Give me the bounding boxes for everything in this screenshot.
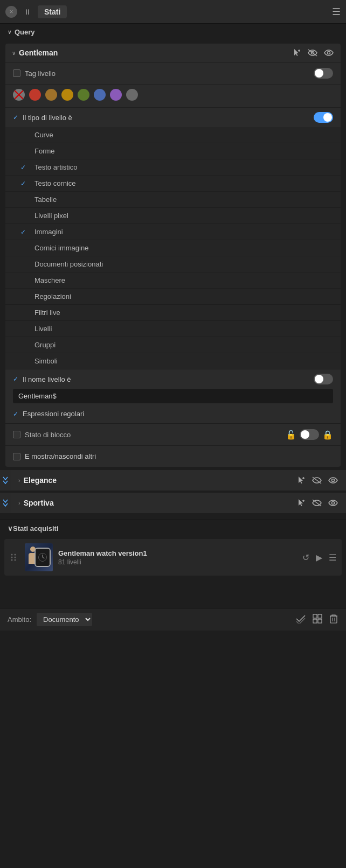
regex-checkmark: ✓ (13, 410, 18, 418)
tag-livello-checkbox[interactable] (13, 69, 20, 77)
type-item-immagini[interactable]: ✓ Immagini (5, 224, 341, 240)
tag-livello-label: Tag livello (25, 69, 309, 78)
nome-livello-label: Il nome livello è (23, 375, 71, 383)
color-dot-none[interactable] (13, 89, 25, 101)
type-item-regolazioni[interactable]: ✓ Regolazioni (5, 289, 341, 305)
type-item-livelli[interactable]: ✓ Livelli (5, 321, 341, 337)
type-item-testo-cornice[interactable]: ✓ Testo cornice (5, 176, 341, 192)
emostra-checkbox[interactable] (13, 453, 20, 460)
type-item-filtri-live[interactable]: ✓ Filtri live (5, 305, 341, 321)
bottom-bar: Ambito: Documento (0, 608, 346, 631)
type-item-label: Regolazioni (34, 292, 71, 300)
gentleman-header: ∨ Gentleman (5, 44, 341, 62)
sportiva-title: Sportiva (24, 499, 54, 507)
undo-icon[interactable]: ↺ (302, 552, 309, 563)
color-dot-gold[interactable] (61, 89, 73, 101)
acquired-thumbnail (25, 543, 53, 571)
ambito-select[interactable]: Documento (37, 613, 92, 626)
sportiva-inner: › Sportiva (11, 493, 346, 513)
gentleman-block: ∨ Gentleman (5, 44, 341, 467)
eye-slash-icon[interactable] (307, 48, 318, 57)
svg-rect-17 (318, 614, 322, 618)
type-item-forme[interactable]: ✓ Forme (5, 143, 341, 159)
type-item-curve[interactable]: ✓ Curve (5, 127, 341, 143)
grid-bottom-icon[interactable] (313, 614, 322, 626)
check-bottom-icon[interactable] (295, 614, 306, 626)
elegance-eye-icon[interactable] (328, 476, 338, 485)
query-label: Query (15, 28, 35, 36)
type-item-label: Tabelle (34, 195, 57, 204)
elegance-drag-handle[interactable] (0, 470, 11, 491)
type-item-maschere[interactable]: ✓ Maschere (5, 272, 341, 289)
svg-point-12 (11, 557, 13, 558)
tipo-livello-label: Il tipo di livello è (23, 114, 72, 122)
acquired-item: Gentleman watch version1 81 livelli ↺ ▶ … (4, 539, 342, 576)
sportiva-drag-handle[interactable] (0, 493, 11, 513)
type-item-label: Testo artistico (34, 163, 77, 171)
svg-rect-16 (313, 614, 317, 618)
type-item-testo-artistico[interactable]: ✓ Testo artistico (5, 159, 341, 176)
stato-blocco-toggle[interactable] (300, 429, 319, 440)
type-item-simboli[interactable]: ✓ Simboli (5, 353, 341, 369)
tipo-livello-toggle[interactable] (314, 112, 333, 123)
elegance-chevron[interactable]: › (18, 477, 20, 484)
gentleman-title: Gentleman (19, 48, 292, 57)
color-dot-olive[interactable] (78, 89, 89, 101)
sportiva-eye-slash-icon[interactable] (312, 499, 322, 507)
color-dot-red[interactable] (29, 89, 41, 101)
acquired-sub: 81 livelli (58, 558, 297, 566)
sportiva-chevron[interactable]: › (18, 500, 20, 506)
close-button[interactable]: × (5, 6, 17, 18)
elegance-icons (296, 475, 338, 485)
nome-livello-toggle[interactable] (314, 374, 333, 384)
pause-button[interactable]: ⏸ (22, 6, 33, 18)
color-dot-blue[interactable] (94, 89, 106, 101)
elegance-eye-slash-icon[interactable] (312, 476, 322, 485)
lock-closed-icon[interactable]: 🔒 (322, 430, 333, 440)
svg-point-15 (15, 559, 16, 561)
type-item-cornici[interactable]: ✓ Cornici immagine (5, 240, 341, 256)
sportiva-icons (296, 498, 338, 508)
sportiva-eye-icon[interactable] (328, 499, 338, 507)
cursor-plus-icon[interactable] (292, 48, 302, 58)
tag-livello-toggle[interactable] (314, 68, 333, 79)
type-item-tabelle[interactable]: ✓ Tabelle (5, 192, 341, 208)
acquired-drag-icon[interactable] (10, 552, 17, 562)
color-dot-brown[interactable] (45, 89, 57, 101)
play-icon[interactable]: ▶ (316, 552, 322, 563)
trash-bottom-icon[interactable] (329, 613, 338, 626)
eye-icon[interactable] (323, 48, 334, 57)
nome-livello-section: ✓ Il nome livello è ✓ Espressioni regola… (5, 369, 341, 424)
pause-icon: ⏸ (24, 8, 31, 16)
lock-open-icon[interactable]: 🔓 (286, 430, 296, 440)
stati-acquisiti-label: Stati acquisiti (13, 524, 59, 533)
nome-livello-checkmark: ✓ (13, 375, 18, 383)
stati-acquisiti-header[interactable]: ∨ Stati acquisiti (0, 520, 346, 537)
type-item-gruppi[interactable]: ✓ Gruppi (5, 337, 341, 353)
type-item-livelli-pixel[interactable]: ✓ Livelli pixel (5, 208, 341, 224)
close-icon: × (9, 8, 13, 16)
type-item-label: Testo cornice (34, 179, 76, 187)
type-item-documenti[interactable]: ✓ Documenti posizionati (5, 256, 341, 272)
check-testo-cornice: ✓ (20, 180, 29, 187)
menu-icon[interactable]: ☰ (332, 6, 341, 18)
stati-chevron-icon: ∨ (8, 524, 13, 533)
nome-livello-input[interactable] (13, 389, 333, 403)
query-section-header[interactable]: ∨ Query (0, 24, 346, 40)
color-dot-purple[interactable] (110, 89, 122, 101)
query-panel: ∨ Gentleman (0, 44, 346, 520)
svg-point-3 (328, 52, 330, 54)
stato-blocco-label: Stato di blocco (25, 431, 281, 439)
sportiva-cursor-plus-icon[interactable] (296, 498, 306, 508)
emostra-label: E mostra/nascondi altri (25, 452, 96, 460)
top-bar: × ⏸ Stati ☰ (0, 0, 346, 24)
acquired-menu-icon[interactable]: ☰ (329, 552, 336, 563)
elegance-cursor-plus-icon[interactable] (296, 475, 306, 485)
svg-point-9 (332, 502, 335, 505)
type-item-label: Simboli (34, 357, 58, 365)
type-item-label: Cornici immagine (34, 244, 88, 252)
stato-blocco-checkbox[interactable] (13, 431, 20, 438)
svg-point-10 (11, 554, 13, 556)
sportiva-wrapper: › Sportiva (0, 493, 346, 513)
color-dot-gray[interactable] (126, 89, 138, 101)
